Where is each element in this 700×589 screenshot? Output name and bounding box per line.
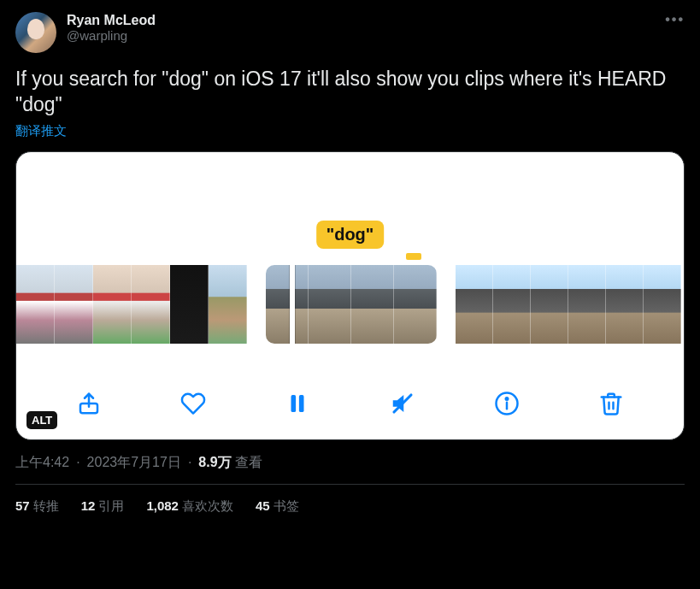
video-frame <box>493 265 531 344</box>
video-timeline[interactable] <box>16 265 684 344</box>
stat-quotes[interactable]: 12引用 <box>81 498 125 515</box>
tweet-stats: 57转推 12引用 1,082喜欢次数 45书签 <box>15 485 685 515</box>
tweet-text: If you search for "dog" on iOS 17 it'll … <box>15 67 685 118</box>
clip-group-active[interactable] <box>266 265 437 344</box>
video-frame <box>209 265 247 344</box>
svg-point-6 <box>505 398 508 400</box>
alt-badge[interactable]: ALT <box>26 411 57 429</box>
views-count: 8.9万 <box>198 454 231 472</box>
video-frame <box>132 265 170 344</box>
video-frame <box>55 265 93 344</box>
video-frame <box>309 265 351 344</box>
pause-icon[interactable] <box>282 388 313 419</box>
avatar[interactable] <box>15 12 56 53</box>
clip-group[interactable] <box>16 265 247 344</box>
mute-icon[interactable] <box>387 388 418 419</box>
video-frame <box>93 265 132 344</box>
video-controls <box>16 388 684 419</box>
video-frame <box>266 265 309 344</box>
stat-retweets[interactable]: 57转推 <box>15 498 59 515</box>
video-frame <box>456 265 493 344</box>
author-names[interactable]: Ryan McLeod @warpling <box>67 12 156 44</box>
clip-group[interactable] <box>456 265 681 344</box>
video-frame <box>170 265 209 344</box>
meta-separator: · <box>188 455 191 470</box>
meta-separator: · <box>76 455 79 470</box>
info-icon[interactable] <box>491 388 522 419</box>
tweet-container: Ryan McLeod @warpling ••• If you search … <box>0 0 700 515</box>
share-icon[interactable] <box>74 388 104 419</box>
playhead[interactable] <box>290 265 295 344</box>
search-marker-icon <box>406 253 421 260</box>
views-label: 查看 <box>235 454 262 472</box>
tweet-time[interactable]: 上午4:42 <box>15 454 69 472</box>
svg-rect-2 <box>299 395 304 412</box>
video-frame <box>568 265 606 344</box>
heart-icon[interactable] <box>178 388 209 419</box>
search-term-label: "dog" <box>316 221 385 249</box>
video-frame <box>531 265 568 344</box>
video-frame <box>16 265 55 344</box>
trash-icon[interactable] <box>596 388 626 419</box>
media-card[interactable]: "dog" <box>15 151 685 440</box>
translate-link[interactable]: 翻译推文 <box>15 123 685 139</box>
video-frame <box>351 265 394 344</box>
stat-bookmarks[interactable]: 45书签 <box>256 498 299 515</box>
tweet-date[interactable]: 2023年7月17日 <box>87 454 181 472</box>
tweet-meta: 上午4:42 · 2023年7月17日 · 8.9万 查看 <box>15 454 685 472</box>
display-name: Ryan McLeod <box>67 12 156 28</box>
video-frame <box>606 265 644 344</box>
svg-rect-1 <box>291 395 297 412</box>
handle: @warpling <box>67 28 156 44</box>
more-icon[interactable]: ••• <box>665 12 685 27</box>
stat-likes[interactable]: 1,082喜欢次数 <box>146 498 233 515</box>
video-frame <box>394 265 437 344</box>
tweet-header: Ryan McLeod @warpling <box>15 12 685 53</box>
video-frame <box>644 265 681 344</box>
